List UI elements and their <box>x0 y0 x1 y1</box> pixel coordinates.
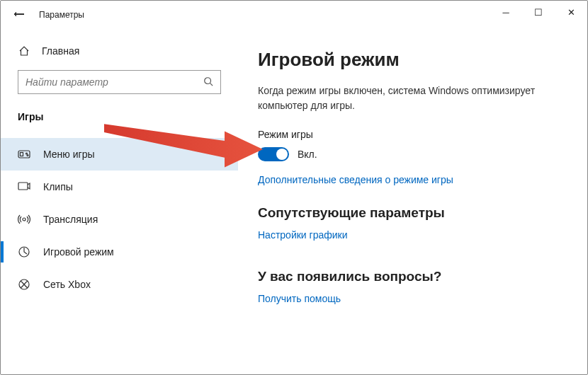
xbox-network-icon <box>18 278 30 291</box>
svg-point-7 <box>23 218 26 221</box>
page-description: Когда режим игры включен, система Window… <box>258 83 555 113</box>
minimize-icon: ─ <box>502 7 509 18</box>
sidebar-item-label: Трансляция <box>43 214 98 225</box>
sidebar-item-game-bar[interactable]: Меню игры <box>1 138 238 171</box>
home-label: Главная <box>42 45 79 57</box>
back-button[interactable]: 🠔 <box>9 5 29 25</box>
game-bar-icon <box>18 148 30 161</box>
home-icon <box>18 45 30 57</box>
sidebar-item-label: Меню игры <box>43 149 95 160</box>
sidebar-item-game-mode[interactable]: Игровой режим <box>1 236 238 268</box>
get-help-link[interactable]: Получить помощь <box>258 293 567 304</box>
captures-icon <box>18 180 30 193</box>
svg-rect-6 <box>18 183 28 190</box>
game-mode-icon <box>18 246 30 258</box>
sidebar-item-label: Сеть Xbox <box>43 279 91 290</box>
toggle-section-label: Режим игры <box>258 129 567 140</box>
arrow-left-icon: 🠔 <box>13 8 25 21</box>
maximize-icon: ☐ <box>534 7 543 18</box>
close-icon: ✕ <box>567 7 575 18</box>
svg-point-5 <box>27 155 28 156</box>
svg-point-0 <box>205 77 211 83</box>
more-info-link[interactable]: Дополнительные сведения о режиме игры <box>258 174 567 185</box>
svg-point-4 <box>26 153 28 154</box>
sidebar: Главная Игры Меню игры Клипы <box>1 29 238 374</box>
questions-heading: У вас появились вопросы? <box>258 269 567 284</box>
search-box[interactable] <box>18 70 221 94</box>
titlebar: 🠔 Параметры ─ ☐ ✕ <box>1 1 587 29</box>
graphics-settings-link[interactable]: Настройки графики <box>258 229 567 241</box>
search-icon <box>203 76 213 88</box>
page-title: Игровой режим <box>258 49 567 71</box>
sidebar-item-label: Клипы <box>43 181 73 192</box>
settings-window: 🠔 Параметры ─ ☐ ✕ Главная Игры <box>0 0 588 375</box>
home-link[interactable]: Главная <box>1 38 238 64</box>
toggle-state-label: Вкл. <box>298 149 317 160</box>
svg-rect-3 <box>21 153 23 156</box>
sidebar-item-label: Игровой режим <box>43 246 114 258</box>
minimize-button[interactable]: ─ <box>490 1 522 23</box>
game-mode-toggle[interactable] <box>258 147 289 161</box>
category-label: Игры <box>1 107 238 138</box>
broadcast-icon <box>18 213 30 226</box>
sidebar-item-captures[interactable]: Клипы <box>1 171 238 203</box>
sidebar-item-broadcasting[interactable]: Трансляция <box>1 203 238 236</box>
search-input[interactable] <box>26 76 203 88</box>
sidebar-item-xbox-network[interactable]: Сеть Xbox <box>1 268 238 301</box>
content-pane: Игровой режим Когда режим игры включен, … <box>238 29 587 374</box>
svg-line-1 <box>210 83 213 86</box>
close-button[interactable]: ✕ <box>555 1 587 23</box>
maximize-button[interactable]: ☐ <box>522 1 555 23</box>
window-title: Параметры <box>39 10 84 20</box>
related-heading: Сопутствующие параметры <box>258 205 567 221</box>
